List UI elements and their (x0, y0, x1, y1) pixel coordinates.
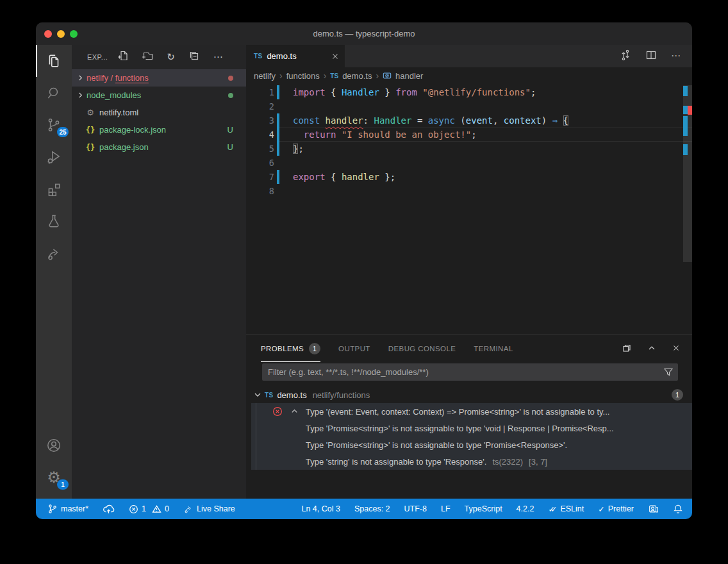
problem-message-row[interactable]: Type 'Promise<string>' is not assignable… (251, 420, 692, 436)
live-share-status[interactable]: Live Share (183, 504, 235, 514)
code-line[interactable]: 2 (246, 99, 692, 113)
problem-message-row[interactable]: Type '(event: Event, context: Context) =… (251, 403, 692, 420)
typescript-file-icon: TS (330, 72, 338, 79)
line-number[interactable]: 5 (246, 142, 274, 156)
explorer-item-package-json[interactable]: {} package.json U (72, 138, 246, 156)
split-editor-button[interactable] (645, 49, 657, 63)
code-token: async (428, 115, 461, 126)
source-control-activity-button[interactable]: 25 (36, 109, 72, 141)
new-folder-button[interactable] (142, 51, 153, 63)
line-number[interactable]: 2 (246, 99, 274, 113)
code-line[interactable]: 8 (246, 184, 692, 198)
typescript-version-status[interactable]: 4.2.2 (517, 504, 534, 513)
indentation: Spaces: 2 (354, 504, 390, 513)
tab-problems[interactable]: PROBLEMS 1 (261, 335, 320, 362)
compare-changes-icon (620, 49, 631, 61)
code-line[interactable]: 3 const handler: Handler = async (event,… (246, 113, 692, 128)
breadcrumb-folder[interactable]: netlify (254, 71, 276, 81)
maximize-panel-button[interactable] (647, 344, 656, 354)
explorer-item-package-lock[interactable]: {} package-lock.json U (72, 121, 246, 138)
code-line[interactable]: 5 }; (246, 142, 692, 156)
code-line[interactable]: 1 import { Handler } from "@netlify/func… (246, 85, 692, 99)
problems-file-name: demo.ts (277, 390, 306, 400)
close-panel-button[interactable] (672, 344, 681, 354)
live-share-activity-button[interactable] (36, 237, 72, 269)
language-mode-status[interactable]: TypeScript (465, 504, 502, 513)
overview-modified-mark (683, 116, 688, 136)
git-branch-status[interactable]: master* (47, 504, 88, 514)
problems-file-row[interactable]: TS demo.ts netlify/functions 1 (246, 386, 692, 403)
testing-activity-button[interactable] (36, 205, 72, 237)
indentation-status[interactable]: Spaces: 2 (354, 504, 390, 513)
accounts-button[interactable] (36, 429, 72, 461)
notifications-button[interactable] (673, 504, 683, 514)
extensions-activity-button[interactable] (36, 173, 72, 205)
code-line[interactable]: 6 (246, 156, 692, 170)
folder-name: node_modules (87, 90, 141, 100)
code-token: "I should be an object!" (342, 129, 471, 140)
folder-name: netlify / functions (87, 73, 149, 83)
explorer-item-node-modules[interactable]: node_modules (72, 87, 246, 104)
code-line[interactable]: 7 export { handler }; (246, 170, 692, 184)
open-changes-button[interactable] (620, 49, 631, 63)
problems-status[interactable]: 1 0 (129, 504, 169, 514)
encoding-status[interactable]: UTF-8 (404, 504, 427, 513)
overview-modified-mark (683, 86, 688, 96)
restore-panel-button[interactable] (622, 343, 632, 355)
new-file-button[interactable] (118, 51, 128, 63)
eslint-status[interactable]: ✓✓ESLint (548, 504, 584, 514)
code-text: return "I should be an object!"; (279, 128, 692, 142)
close-tab-button[interactable] (331, 52, 340, 61)
zoom-window-button[interactable] (70, 30, 78, 38)
problem-message-row[interactable]: Type 'Promise<string>' is not assignable… (251, 436, 692, 453)
explorer-more-button[interactable]: ⋯ (213, 53, 223, 62)
breadcrumb-file[interactable]: demo.ts (342, 71, 372, 81)
filter-funnel-icon[interactable] (663, 367, 674, 379)
line-number[interactable]: 6 (246, 156, 274, 170)
symbol-variable-icon (383, 71, 392, 80)
problem-message-row[interactable]: Type 'string' is not assignable to type … (251, 453, 692, 470)
chevron-down-icon[interactable] (254, 392, 261, 398)
prettier-status[interactable]: ✓Prettier (598, 504, 634, 514)
explorer-item-netlify-toml[interactable]: ⚙ netlify.toml (72, 104, 246, 121)
sync-changes-button[interactable] (103, 504, 115, 515)
cursor-position-status[interactable]: Ln 4, Col 3 (301, 504, 340, 513)
error-dot-badge (228, 76, 233, 81)
refresh-button[interactable]: ↻ (167, 53, 175, 62)
code-editor[interactable]: 1 import { Handler } from "@netlify/func… (246, 84, 692, 335)
close-window-button[interactable] (44, 30, 52, 38)
code-token: "@netlify/functions" (422, 87, 531, 97)
json-file-icon: {} (85, 126, 96, 135)
problems-filter-input[interactable] (262, 363, 678, 381)
line-number[interactable]: 3 (246, 113, 274, 128)
line-number[interactable]: 1 (246, 85, 274, 99)
line-number[interactable]: 7 (246, 170, 274, 184)
explorer-title: EXP... (87, 53, 108, 61)
tab-demo-ts[interactable]: TS demo.ts (246, 45, 345, 67)
branch-name: master* (61, 504, 88, 513)
search-activity-button[interactable] (36, 77, 72, 109)
settings-button[interactable]: ⚙ 1 (36, 461, 72, 494)
json-file-icon: {} (85, 143, 96, 152)
code-line-current[interactable]: 4 return "I should be an object!"; (246, 128, 692, 142)
tab-debug-console[interactable]: DEBUG CONSOLE (388, 335, 456, 362)
feedback-button[interactable] (648, 504, 659, 514)
editor-more-button[interactable]: ⋯ (671, 51, 681, 61)
breadcrumb-folder[interactable]: functions (286, 71, 320, 81)
line-number[interactable]: 4 (246, 128, 274, 142)
collapse-all-button[interactable] (189, 51, 199, 63)
eol-status[interactable]: LF (441, 504, 451, 513)
prettier-label: Prettier (608, 504, 634, 513)
settings-badge: 1 (57, 479, 69, 490)
run-debug-activity-button[interactable] (36, 141, 72, 173)
eol: LF (441, 504, 451, 513)
tab-output[interactable]: OUTPUT (338, 335, 370, 362)
minimize-window-button[interactable] (57, 30, 65, 38)
line-number[interactable]: 8 (246, 184, 274, 198)
code-token: context (504, 115, 542, 126)
tab-terminal[interactable]: TERMINAL (474, 335, 513, 362)
explorer-item-netlify-functions[interactable]: netlify / functions (72, 69, 246, 87)
collapse-chevron-icon[interactable] (291, 408, 298, 415)
breadcrumb-symbol[interactable]: handler (395, 71, 423, 81)
explorer-activity-button[interactable] (36, 45, 72, 77)
